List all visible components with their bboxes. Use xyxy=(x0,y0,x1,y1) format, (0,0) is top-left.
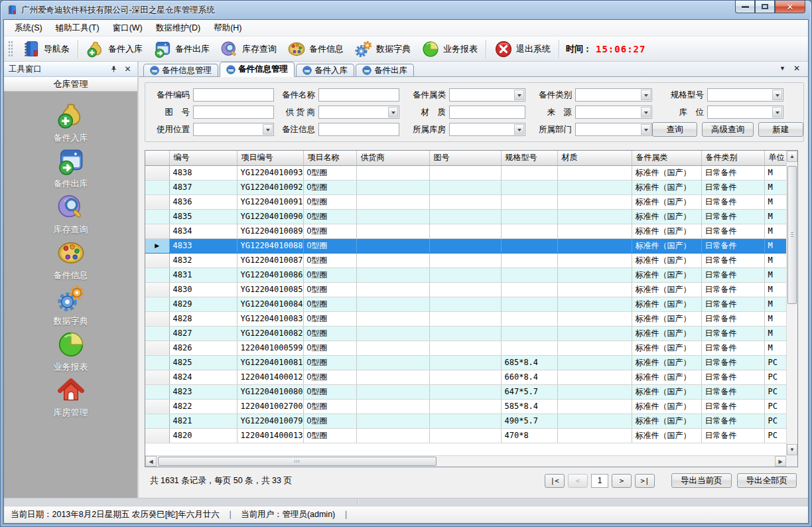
form-select-r0c4[interactable] xyxy=(707,88,783,102)
form-input-r2c1[interactable] xyxy=(318,123,399,136)
next-page-button[interactable]: > xyxy=(612,474,632,488)
field-text[interactable] xyxy=(319,89,399,101)
form-select-r2c2[interactable] xyxy=(449,123,525,136)
query-button[interactable]: 查询 xyxy=(652,122,697,137)
minimize-button[interactable] xyxy=(735,1,755,13)
form-input-r0c0[interactable] xyxy=(193,88,274,102)
tab-close-icon[interactable]: ✕ xyxy=(793,64,800,73)
form-select-r2c3[interactable] xyxy=(575,123,652,136)
column-header-type[interactable]: 备件类别 xyxy=(701,151,764,165)
row-selector[interactable] xyxy=(145,267,169,282)
row-selector[interactable] xyxy=(145,340,169,355)
dropdown-arrow-icon[interactable] xyxy=(514,124,524,135)
row-selector[interactable] xyxy=(145,253,169,267)
column-header-project_name[interactable]: 项目名称 xyxy=(303,151,356,165)
dropdown-arrow-icon[interactable] xyxy=(641,124,651,135)
dropdown-arrow-icon[interactable] xyxy=(641,90,651,100)
field-text[interactable] xyxy=(194,89,273,101)
tab-3[interactable]: 备件出库 xyxy=(356,64,414,77)
pin-icon[interactable] xyxy=(109,64,119,74)
row-selector[interactable] xyxy=(145,180,169,194)
field-text[interactable] xyxy=(194,106,273,118)
form-input-r1c0[interactable] xyxy=(193,106,274,119)
form-select-r0c3[interactable] xyxy=(575,88,652,102)
toolbar-button-7[interactable]: 退出系统 xyxy=(489,38,556,60)
form-select-r1c4[interactable] xyxy=(707,106,783,119)
row-selector[interactable] xyxy=(145,194,169,209)
row-selector[interactable] xyxy=(145,414,169,428)
toolbar-button-5[interactable]: 数据字典 xyxy=(349,38,416,60)
sidebar-item-3[interactable]: 备件信息 xyxy=(4,238,137,284)
last-page-button[interactable]: >| xyxy=(635,474,655,488)
toolbar-grip-handle[interactable] xyxy=(8,40,13,58)
scroll-down-icon[interactable]: ▼ xyxy=(787,444,797,455)
table-row[interactable]: 482012204014000130型圈470*8标准件（国产）日常备件PC xyxy=(145,428,786,443)
column-header-figure_no[interactable]: 图号 xyxy=(429,151,501,165)
form-select-r0c2[interactable] xyxy=(449,88,525,102)
field-text[interactable] xyxy=(576,106,651,118)
menu-item-2[interactable]: 窗口(W) xyxy=(106,21,149,36)
table-row[interactable]: 4834YG122040100890型圈标准件（国产）日常备件M xyxy=(145,224,786,238)
table-row[interactable]: 4821YG122040100790型圈490*5.7标准件（国产）日常备件PC xyxy=(145,414,786,428)
table-row[interactable]: 482412204014000120型圈660*8.4标准件（国产）日常备件PC xyxy=(145,370,786,384)
column-header-spec[interactable]: 规格型号 xyxy=(501,151,557,165)
table-row[interactable]: 4832YG122040100870型圈标准件（国产）日常备件M xyxy=(145,253,786,267)
horizontal-scrollbar-thumb[interactable] xyxy=(158,457,437,466)
field-text[interactable] xyxy=(194,123,273,135)
table-row[interactable]: 4825YG122040100810型圈685*8.4标准件（国产）日常备件PC xyxy=(145,355,786,370)
table-row[interactable]: 4836YG122040100910型圈标准件（国产）日常备件M xyxy=(145,194,786,209)
table-row[interactable]: ▶4833YG122040100880型圈标准件（国产）日常备件M xyxy=(145,238,786,253)
tab-0[interactable]: 备件信息管理 xyxy=(143,64,218,77)
dropdown-arrow-icon[interactable] xyxy=(514,90,524,100)
vertical-scrollbar[interactable]: ▲ ▼ xyxy=(786,151,797,455)
column-header-category[interactable]: 备件属类 xyxy=(632,151,701,165)
column-header-unit[interactable]: 单位 xyxy=(764,151,786,165)
row-selector[interactable] xyxy=(145,282,169,297)
prev-page-button[interactable]: < xyxy=(568,474,588,488)
table-row[interactable]: 4829YG122040100840型圈标准件（国产）日常备件M xyxy=(145,297,786,311)
first-page-button[interactable]: |< xyxy=(545,474,565,488)
form-select-r2c0[interactable] xyxy=(193,123,274,136)
tab-1[interactable]: 备件信息管理 xyxy=(220,62,295,77)
field-text[interactable] xyxy=(576,89,651,101)
page-number-box[interactable]: 1 xyxy=(591,474,608,488)
vertical-scrollbar-thumb[interactable] xyxy=(787,166,797,304)
toolbar-button-6[interactable]: 业务报表 xyxy=(416,38,483,60)
row-selector[interactable] xyxy=(145,370,169,384)
row-selector[interactable] xyxy=(145,209,169,224)
menu-item-0[interactable]: 系统(S) xyxy=(8,21,49,36)
row-selector[interactable] xyxy=(145,297,169,311)
sidebar-item-6[interactable]: 库房管理 xyxy=(4,376,137,421)
table-row[interactable]: 4838YG122040100930型圈标准件（国产）日常备件M xyxy=(145,165,786,180)
column-header-project_code[interactable]: 项目编号 xyxy=(237,151,303,165)
row-selector[interactable] xyxy=(145,224,169,238)
dropdown-arrow-icon[interactable] xyxy=(641,107,651,117)
row-selector[interactable] xyxy=(145,311,169,326)
table-row[interactable]: 4827YG122040100820型圈标准件（国产）日常备件M xyxy=(145,326,786,340)
sidebar-item-5[interactable]: 业务报表 xyxy=(4,330,137,376)
table-row[interactable]: 4830YG122040100850型圈标准件（国产）日常备件M xyxy=(145,282,786,297)
sidebar-item-0[interactable]: 备件入库 xyxy=(4,101,137,147)
column-header-id[interactable]: 编号 xyxy=(169,151,237,165)
dropdown-arrow-icon[interactable] xyxy=(772,90,782,100)
sidebar-close-icon[interactable]: ✕ xyxy=(123,64,133,74)
row-selector[interactable] xyxy=(145,165,169,180)
table-row[interactable]: 4828YG122040100830型圈标准件（国产）日常备件M xyxy=(145,311,786,326)
form-select-r1c1[interactable] xyxy=(318,106,399,119)
row-selector[interactable] xyxy=(145,355,169,370)
tab-2[interactable]: 备件入库 xyxy=(296,64,354,77)
dropdown-arrow-icon[interactable] xyxy=(772,107,782,117)
toolbar-button-1[interactable]: 备件入库 xyxy=(81,38,148,60)
sidebar-item-4[interactable]: 数据字典 xyxy=(4,284,137,330)
row-selector[interactable] xyxy=(145,399,169,414)
maximize-button[interactable] xyxy=(755,1,775,13)
column-header-material[interactable]: 材质 xyxy=(557,151,632,165)
field-text[interactable] xyxy=(576,123,651,135)
table-row[interactable]: 482612204010005990型圈标准件（国产）日常备件M xyxy=(145,340,786,355)
toolbar-button-2[interactable]: 备件出库 xyxy=(148,38,215,60)
sidebar-item-1[interactable]: 备件出库 xyxy=(4,147,137,192)
export-all-pages-button[interactable]: 导出全部页 xyxy=(737,473,797,488)
scroll-right-icon[interactable]: ▶ xyxy=(775,456,786,467)
scroll-left-icon[interactable]: ◀ xyxy=(145,456,157,467)
dropdown-arrow-icon[interactable] xyxy=(263,124,273,135)
